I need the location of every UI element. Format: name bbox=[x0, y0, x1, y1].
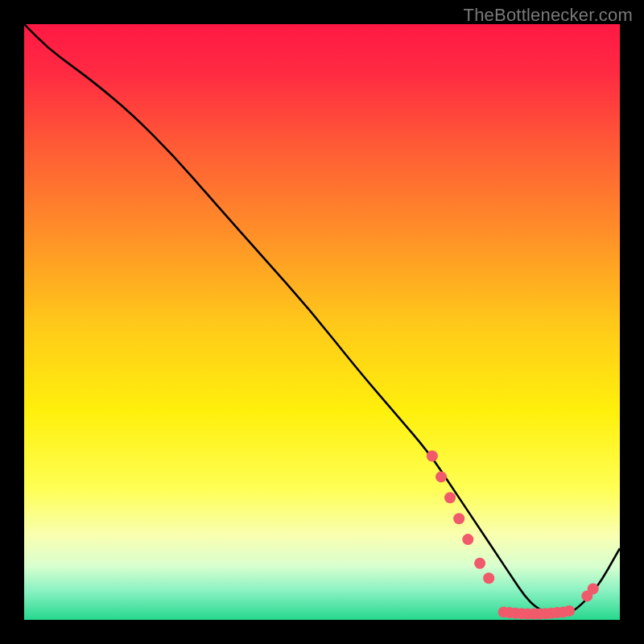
curve-layer bbox=[24, 24, 620, 620]
marker-dot bbox=[462, 534, 473, 545]
chart-container: TheBottlenecker.com bbox=[0, 0, 644, 644]
marker-dot bbox=[474, 558, 485, 569]
marker-dot bbox=[483, 572, 494, 584]
marker-dot bbox=[427, 451, 438, 462]
marker-group bbox=[427, 451, 599, 620]
bottleneck-curve bbox=[24, 24, 620, 613]
plot-area bbox=[24, 24, 620, 620]
marker-dot bbox=[453, 513, 464, 524]
marker-dot bbox=[444, 492, 456, 503]
marker-dot bbox=[564, 605, 575, 617]
watermark: TheBottlenecker.com bbox=[464, 5, 633, 26]
marker-dot bbox=[436, 471, 447, 482]
marker-dot bbox=[588, 584, 599, 595]
